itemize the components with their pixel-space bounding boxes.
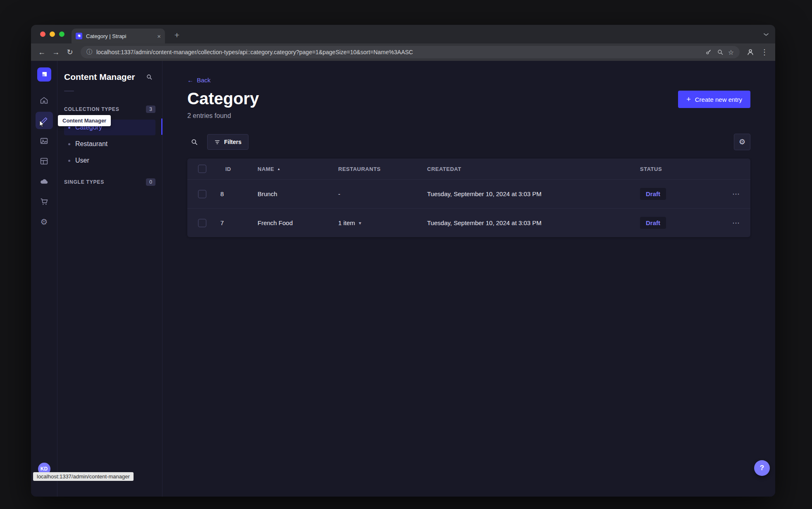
row-actions-menu-icon[interactable]: ⋯ xyxy=(721,218,750,228)
entries-count: 2 entries found xyxy=(187,112,750,120)
subnav-search-icon[interactable] xyxy=(143,71,155,83)
chevron-down-icon[interactable]: ▾ xyxy=(359,220,361,226)
browser-menu-icon[interactable]: ⋮ xyxy=(758,46,771,59)
nav-marketplace-icon[interactable] xyxy=(36,193,53,210)
column-header-status: STATUS xyxy=(637,166,721,172)
forward-button[interactable]: → xyxy=(49,46,62,59)
filters-button[interactable]: Filters xyxy=(207,134,248,150)
content-manager-tooltip: Content Manager xyxy=(58,115,111,126)
bullet-icon xyxy=(68,143,70,145)
cell-id: 8 xyxy=(217,190,254,197)
new-tab-button[interactable]: + xyxy=(171,29,183,41)
select-all-cell xyxy=(187,165,217,173)
collection-types-label: COLLECTION TYPES xyxy=(64,106,119,112)
bookmark-star-icon[interactable]: ☆ xyxy=(728,48,734,56)
sidebar-item-user[interactable]: User xyxy=(64,153,155,168)
collection-types-section: COLLECTION TYPES 3 xyxy=(64,106,155,113)
title-row: Category + Create new entry xyxy=(187,90,750,108)
cell-name: French Food xyxy=(254,219,335,226)
subnav-title: Content Manager xyxy=(64,72,135,82)
single-types-count-badge: 0 xyxy=(146,178,155,186)
column-header-restaurants: RESTAURANTS xyxy=(335,166,424,172)
strapi-logo[interactable] xyxy=(37,67,51,82)
browser-toolbar: ← → ↻ ⓘ localhost:1337/admin/content-man… xyxy=(31,43,775,61)
sort-ascending-icon: ▲ xyxy=(277,167,280,171)
row-checkbox[interactable] xyxy=(198,190,206,198)
view-settings-button[interactable]: ⚙ xyxy=(734,134,750,150)
profile-icon[interactable] xyxy=(744,46,757,59)
row-select-cell xyxy=(187,190,217,198)
tab-search-chevron-icon[interactable] xyxy=(762,30,770,38)
row-actions-menu-icon[interactable]: ⋯ xyxy=(721,190,750,199)
single-types-section: SINGLE TYPES 0 xyxy=(64,178,155,186)
subnav-header: Content Manager xyxy=(64,71,155,83)
cell-createdat: Tuesday, September 10, 2024 at 3:03 PM xyxy=(424,190,637,197)
cell-name: Brunch xyxy=(254,190,335,197)
bullet-icon xyxy=(68,127,70,129)
zoom-lens-icon[interactable] xyxy=(716,48,724,56)
entries-table: ID NAME ▲ RESTAURANTS CREATEDAT STATUS xyxy=(187,158,750,237)
nav-media-library-icon[interactable] xyxy=(36,132,53,149)
link-preview-bubble: localhost:1337/admin/content-manager xyxy=(33,472,134,481)
filter-icon xyxy=(214,139,220,145)
maximize-window-button[interactable] xyxy=(59,31,64,37)
nav-settings-icon[interactable]: ⚙ xyxy=(36,213,53,230)
subnav-divider xyxy=(64,91,74,91)
browser-tab[interactable]: Category | Strapi × xyxy=(72,29,165,43)
close-window-button[interactable] xyxy=(40,31,45,37)
help-button[interactable]: ? xyxy=(754,460,770,476)
browser-window: Category | Strapi × + ← → ↻ ⓘ localhost:… xyxy=(31,25,775,497)
site-info-icon[interactable]: ⓘ xyxy=(86,48,92,56)
back-arrow-icon: ← xyxy=(187,77,193,84)
nav-deploy-cloud-icon[interactable] xyxy=(36,173,53,190)
cell-restaurants: 1 item ▾ xyxy=(335,219,424,226)
tab-close-icon[interactable]: × xyxy=(157,33,161,39)
row-select-cell xyxy=(187,219,217,227)
nav-content-type-builder-icon[interactable] xyxy=(36,152,53,170)
url-text[interactable]: localhost:1337/admin/content-manager/col… xyxy=(96,49,701,55)
reload-button[interactable]: ↻ xyxy=(63,46,76,59)
table-row[interactable]: 7 French Food 1 item ▾ Tuesday, Septembe… xyxy=(187,208,750,237)
create-new-entry-label: Create new entry xyxy=(695,96,742,103)
tab-strip: Category | Strapi × + xyxy=(31,25,775,43)
cell-restaurants: - xyxy=(335,190,424,197)
minimize-window-button[interactable] xyxy=(50,31,55,37)
sidebar-item-label: Restaurant xyxy=(75,140,107,148)
password-key-icon[interactable] xyxy=(705,48,712,56)
cell-status: Draft xyxy=(637,217,721,229)
status-badge: Draft xyxy=(640,188,666,200)
status-badge: Draft xyxy=(640,217,666,229)
sidebar-item-label: User xyxy=(75,157,89,164)
sidebar-item-restaurant[interactable]: Restaurant xyxy=(64,136,155,152)
search-icon[interactable] xyxy=(187,135,201,149)
address-bar[interactable]: ⓘ localhost:1337/admin/content-manager/c… xyxy=(81,46,740,58)
plus-icon: + xyxy=(686,96,691,103)
list-toolbar: Filters ⚙ xyxy=(187,134,750,150)
cell-id: 7 xyxy=(217,219,254,226)
filters-label: Filters xyxy=(224,139,241,145)
row-checkbox[interactable] xyxy=(198,219,206,227)
back-link[interactable]: ← Back xyxy=(187,77,210,84)
strapi-app: ⚙ KD Content Manager COLLECTION TYPES 3 … xyxy=(31,61,775,497)
select-all-checkbox[interactable] xyxy=(198,165,206,173)
gear-icon: ⚙ xyxy=(739,137,745,146)
bullet-icon xyxy=(68,160,70,162)
create-new-entry-button[interactable]: + Create new entry xyxy=(678,91,750,108)
cell-createdat: Tuesday, September 10, 2024 at 3:03 PM xyxy=(424,219,637,226)
cell-status: Draft xyxy=(637,188,721,200)
back-button[interactable]: ← xyxy=(35,46,48,59)
collection-types-count-badge: 3 xyxy=(146,106,155,113)
strapi-favicon-icon xyxy=(76,33,82,39)
single-types-label: SINGLE TYPES xyxy=(64,179,104,185)
mouse-cursor xyxy=(38,120,46,128)
nav-home-icon[interactable] xyxy=(36,91,53,109)
column-header-name[interactable]: NAME ▲ xyxy=(254,166,335,172)
table-header-row: ID NAME ▲ RESTAURANTS CREATEDAT STATUS xyxy=(187,158,750,179)
tab-title: Category | Strapi xyxy=(86,33,153,39)
page-title: Category xyxy=(187,90,259,107)
back-label: Back xyxy=(197,77,210,84)
table-row[interactable]: 8 Brunch - Tuesday, September 10, 2024 a… xyxy=(187,179,750,208)
main-content: ← Back Category + Create new entry 2 ent… xyxy=(162,61,775,497)
column-header-id[interactable]: ID xyxy=(217,166,254,172)
column-header-createdat: CREATEDAT xyxy=(424,166,637,172)
